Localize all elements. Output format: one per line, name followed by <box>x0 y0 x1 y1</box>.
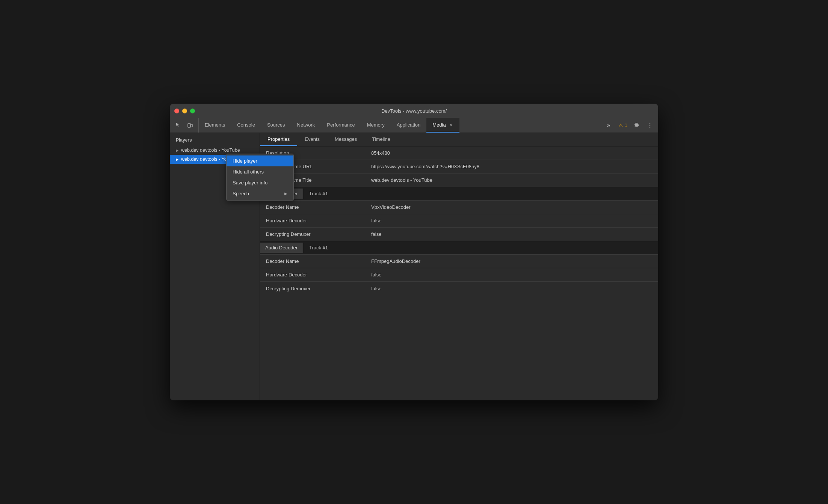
video-decoder-track: Track #1 <box>309 189 328 199</box>
svg-rect-0 <box>188 124 190 127</box>
prop-key-video-hardware: Hardware Decoder <box>260 215 365 226</box>
context-menu-hide-all-others[interactable]: Hide all others <box>227 166 293 177</box>
prop-key-audio-hardware: Hardware Decoder <box>260 269 365 281</box>
tab-performance[interactable]: Performance <box>321 118 361 133</box>
more-options-icon[interactable] <box>645 120 655 131</box>
expand-arrow-icon: ▶ <box>176 148 179 152</box>
prop-row-video-hardware-decoder: Hardware Decoder false <box>260 214 658 228</box>
prop-value-playback-url: https://www.youtube.com/watch?v=H0XScE08… <box>365 161 658 172</box>
expand-arrow-icon-2: ▶ <box>176 157 179 161</box>
prop-value-video-decrypting: false <box>365 228 658 240</box>
tab-network[interactable]: Network <box>291 118 321 133</box>
content-area: Properties Events Messages Timeline Reso… <box>260 133 658 400</box>
prop-value-playback-title: web.dev devtools - YouTube <box>365 174 658 186</box>
main-tabs: Elements Console Sources Network Perform… <box>199 118 600 133</box>
sub-tab-messages[interactable]: Messages <box>327 133 364 146</box>
prop-value-video-hardware: false <box>365 215 658 226</box>
more-tabs-icon[interactable]: » <box>603 120 614 131</box>
prop-key-video-decoder-name: Decoder Name <box>260 201 365 213</box>
svg-point-2 <box>650 123 650 124</box>
prop-row-audio-decrypting: Decrypting Demuxer false <box>260 282 658 295</box>
tab-console[interactable]: Console <box>231 118 261 133</box>
properties-table: Resolution 854x480 Playback Frame URL ht… <box>260 146 658 400</box>
prop-row-audio-hardware-decoder: Hardware Decoder false <box>260 268 658 282</box>
titlebar: DevTools - www.youtube.com/ <box>170 104 658 118</box>
devtools-window: DevTools - www.youtube.com/ Elements Con <box>170 104 658 400</box>
video-decoder-header: Video Decoder Track #1 <box>260 187 658 201</box>
audio-decoder-tag: Audio Decoder <box>260 243 303 253</box>
settings-icon[interactable] <box>632 120 642 131</box>
svg-point-4 <box>650 127 650 127</box>
prop-key-audio-decoder-name: Decoder Name <box>260 255 365 267</box>
prop-row-video-decrypting: Decrypting Demuxer false <box>260 228 658 241</box>
prop-row-resolution: Resolution 854x480 <box>260 146 658 160</box>
prop-value-audio-hardware: false <box>365 269 658 281</box>
prop-row-playback-title: Playback Frame Title web.dev devtools - … <box>260 174 658 187</box>
device-toolbar-icon[interactable] <box>185 120 195 131</box>
context-menu: Hide player Hide all others Save player … <box>226 154 294 201</box>
minimize-button[interactable] <box>182 109 187 113</box>
traffic-lights <box>174 109 195 113</box>
sub-tabs: Properties Events Messages Timeline <box>260 133 658 146</box>
prop-row-video-decoder-name: Decoder Name VpxVideoDecoder <box>260 201 658 214</box>
prop-key-video-decrypting: Decrypting Demuxer <box>260 228 365 240</box>
svg-rect-1 <box>191 124 192 127</box>
tab-application[interactable]: Application <box>391 118 427 133</box>
tab-memory[interactable]: Memory <box>361 118 391 133</box>
context-menu-save-player-info[interactable]: Save player info <box>227 177 293 188</box>
prop-key-audio-decrypting: Decrypting Demuxer <box>260 283 365 294</box>
prop-row-audio-decoder-name: Decoder Name FFmpegAudioDecoder <box>260 255 658 268</box>
sub-tab-properties[interactable]: Properties <box>260 133 297 146</box>
audio-decoder-track: Track #1 <box>309 243 328 253</box>
close-button[interactable] <box>174 109 179 113</box>
context-menu-hide-player[interactable]: Hide player <box>227 155 293 166</box>
svg-point-3 <box>650 125 650 125</box>
tab-media[interactable]: Media ✕ <box>426 118 459 133</box>
prop-value-audio-decrypting: false <box>365 283 658 294</box>
main-area: Players ▶ web.dev devtools - YouTube ▶ w… <box>170 133 658 400</box>
sidebar-header: Players <box>170 136 260 146</box>
audio-decoder-header: Audio Decoder Track #1 <box>260 241 658 255</box>
sub-tab-events[interactable]: Events <box>297 133 327 146</box>
warning-triangle-icon: ⚠ <box>618 122 623 128</box>
toolbar: Elements Console Sources Network Perform… <box>170 118 658 133</box>
tab-elements[interactable]: Elements <box>199 118 231 133</box>
tab-sources[interactable]: Sources <box>261 118 291 133</box>
prop-value-video-decoder-name: VpxVideoDecoder <box>365 201 658 213</box>
sidebar: Players ▶ web.dev devtools - YouTube ▶ w… <box>170 133 260 400</box>
window-title: DevTools - www.youtube.com/ <box>381 108 447 114</box>
inspect-icon[interactable] <box>173 120 183 131</box>
prop-value-audio-decoder-name: FFmpegAudioDecoder <box>365 255 658 267</box>
toolbar-right: » ⚠ 1 <box>600 118 658 133</box>
prop-value-resolution: 854x480 <box>365 147 658 159</box>
prop-row-playback-url: Playback Frame URL https://www.youtube.c… <box>260 160 658 174</box>
toolbar-left <box>170 118 199 133</box>
context-menu-speech[interactable]: Speech ▶ <box>227 188 293 199</box>
submenu-arrow-icon: ▶ <box>284 192 287 196</box>
tab-media-close[interactable]: ✕ <box>448 122 453 128</box>
warning-count: 1 <box>625 122 627 128</box>
maximize-button[interactable] <box>190 109 195 113</box>
sub-tab-timeline[interactable]: Timeline <box>364 133 398 146</box>
warning-badge[interactable]: ⚠ 1 <box>616 121 630 130</box>
